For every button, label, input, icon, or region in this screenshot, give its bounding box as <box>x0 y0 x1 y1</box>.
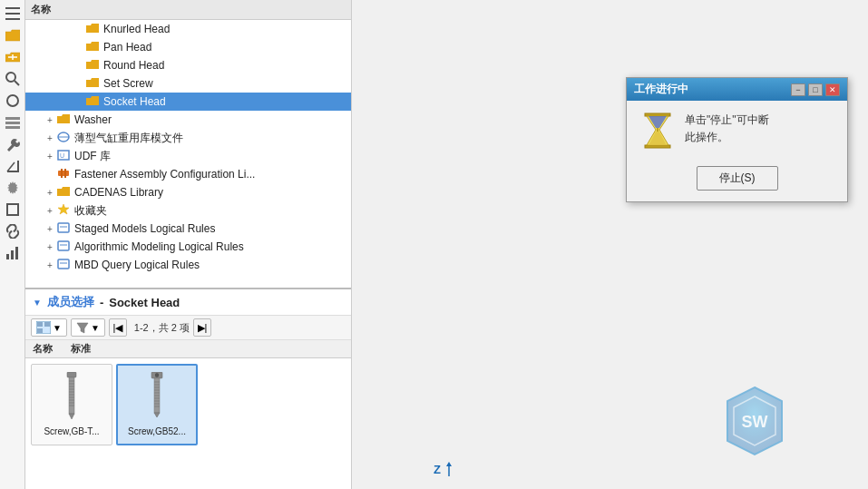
svg-rect-13 <box>6 254 9 259</box>
mbd-icon <box>57 259 72 271</box>
svg-rect-35 <box>69 377 74 414</box>
tree-item-udf[interactable]: + U UDF 库 <box>25 147 351 165</box>
svg-marker-23 <box>58 204 69 214</box>
tree-item-pneumatic[interactable]: + 薄型气缸重用库模文件 <box>25 129 351 147</box>
svg-marker-46 <box>69 414 74 419</box>
col-name: 名称 <box>33 342 53 356</box>
expand-icon: + <box>44 188 56 198</box>
dialog-message-line2: 此操作。 <box>685 129 769 146</box>
tree-item-label: MBD Query Logical Rules <box>74 259 200 271</box>
svg-text:SW: SW <box>742 413 768 431</box>
svg-rect-10 <box>5 126 20 129</box>
tree-item-label: UDF 库 <box>74 149 111 164</box>
member-toolbar: ▼ ▼ |◀ 1-2，共 2 项 ▶| <box>25 316 351 340</box>
toolbar-icon-gear[interactable] <box>3 178 23 198</box>
expand-icon: + <box>44 152 56 161</box>
tree-item-label: Set Screw <box>103 77 153 90</box>
staged-icon <box>57 222 72 235</box>
left-toolbar <box>0 0 25 489</box>
axis-indicator: Z <box>434 463 441 476</box>
svg-rect-2 <box>5 18 20 20</box>
toolbar-icon-link[interactable] <box>3 221 23 241</box>
tree-item-round-head[interactable]: Round Head <box>25 56 351 74</box>
expand-icon: + <box>44 260 56 270</box>
tree-item-set-screw[interactable]: Set Screw <box>25 74 351 93</box>
star-icon <box>57 203 72 218</box>
svg-rect-22 <box>64 169 66 178</box>
tree-item-washer[interactable]: + Washer <box>25 111 351 129</box>
folder-icon <box>57 186 72 200</box>
svg-rect-34 <box>67 372 76 377</box>
tree-item-label: Fastener Assembly Configuration Li... <box>74 168 255 181</box>
svg-rect-24 <box>58 223 69 232</box>
algo-icon <box>57 240 72 253</box>
minimize-button[interactable]: − <box>791 83 805 96</box>
svg-marker-65 <box>446 462 452 466</box>
z-axis-label: Z <box>434 463 441 476</box>
fastener-icon <box>57 168 72 181</box>
dialog-footer: 停止(S) <box>627 159 847 201</box>
filter-button[interactable]: ▼ <box>71 318 105 337</box>
folder-icon <box>86 59 101 73</box>
tree-item-cadenas[interactable]: + CADENAS Library <box>25 183 351 201</box>
folder-icon <box>86 41 101 54</box>
svg-line-6 <box>15 81 19 85</box>
svg-marker-48 <box>155 373 159 377</box>
next-page-button[interactable]: ▶| <box>193 318 211 337</box>
svg-rect-15 <box>15 247 18 259</box>
prev-page-button[interactable]: |◀ <box>109 318 127 337</box>
expand-icon: + <box>44 133 56 143</box>
tree-item-favorites[interactable]: + 收藏夹 <box>25 201 351 220</box>
tree-item-label: Washer <box>74 113 112 126</box>
toolbar-icon-box[interactable] <box>3 200 23 220</box>
folder-icon <box>86 77 101 91</box>
tree-item-pan-head[interactable]: Pan Head <box>25 38 351 56</box>
member-card-1[interactable]: Screw,GB-T... <box>31 364 112 445</box>
toolbar-icon-folder2[interactable] <box>3 47 23 67</box>
member-card-2[interactable]: Screw,GB52... <box>116 364 198 445</box>
svg-rect-8 <box>5 117 20 120</box>
folder-icon <box>57 113 72 127</box>
toolbar-icon-chart[interactable] <box>3 243 23 263</box>
collapse-button[interactable]: ▼ <box>33 298 42 308</box>
svg-rect-9 <box>5 122 20 124</box>
stop-button[interactable]: 停止(S) <box>697 166 778 191</box>
svg-point-7 <box>7 95 18 106</box>
toolbar-icon-folder1[interactable] <box>3 25 23 45</box>
toolbar-icon-circle[interactable] <box>3 91 23 111</box>
card-label-2: Screw,GB52... <box>128 426 186 437</box>
toolbar-icon-menu[interactable] <box>3 4 23 24</box>
toolbar-icon-angle[interactable] <box>3 156 23 176</box>
page-info: 1-2，共 2 项 <box>134 321 190 335</box>
expand-icon: + <box>44 206 56 216</box>
svg-rect-32 <box>44 322 50 327</box>
dialog-controls: − □ ✕ <box>791 83 840 96</box>
member-title: 成员选择 <box>47 294 94 310</box>
expand-icon: + <box>44 242 56 252</box>
svg-rect-12 <box>7 204 18 215</box>
folder-icon <box>86 23 101 36</box>
member-area: ▼ 成员选择 - Socket Head ▼ ▼ |◀ 1-2，共 2 项 ▶|… <box>25 289 351 489</box>
tree-item-label: Pan Head <box>103 41 151 54</box>
progress-dialog: 工作进行中 − □ ✕ <box>626 77 848 202</box>
tree-item-label: Staged Models Logical Rules <box>74 222 215 235</box>
tree-item-label: Round Head <box>103 59 164 72</box>
tree-item-staged[interactable]: + Staged Models Logical Rules <box>25 220 351 238</box>
expand-icon: + <box>44 115 56 125</box>
hourglass-icon <box>641 112 674 148</box>
toolbar-icon-search[interactable] <box>3 69 23 89</box>
tree-item-label: 收藏夹 <box>74 203 107 219</box>
tree-item-mbd[interactable]: + MBD Query Logical Rules <box>25 256 351 274</box>
tree-item-fastener[interactable]: Fastener Assembly Configuration Li... <box>25 165 351 183</box>
cylinder-icon <box>57 132 72 144</box>
tree-item-knurled-head[interactable]: Knurled Head <box>25 20 351 38</box>
svg-rect-33 <box>37 328 43 333</box>
close-button[interactable]: ✕ <box>825 83 840 96</box>
svg-rect-31 <box>37 322 43 327</box>
view-button[interactable]: ▼ <box>31 318 67 337</box>
toolbar-icon-wrench[interactable] <box>3 134 23 154</box>
restore-button[interactable]: □ <box>808 83 823 96</box>
tree-item-socket-head[interactable]: Socket Head <box>25 93 351 111</box>
toolbar-icon-list[interactable] <box>3 112 23 132</box>
tree-item-algo[interactable]: + Algorithmic Modeling Logical Rules <box>25 238 351 256</box>
